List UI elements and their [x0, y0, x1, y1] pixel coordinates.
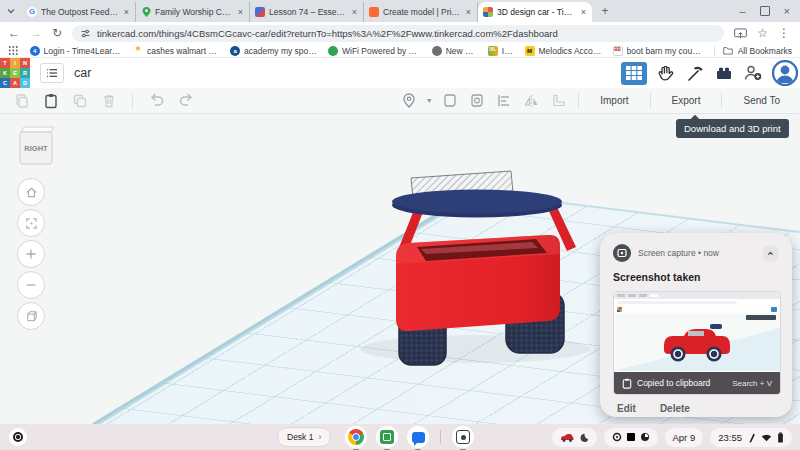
paste-icon[interactable]	[43, 93, 59, 109]
desk-switcher[interactable]: Desk 1 ›	[277, 427, 331, 447]
restore-button[interactable]	[760, 6, 770, 16]
tab-title: Create model | Printables.com	[383, 7, 461, 17]
tinkercad-favicon	[483, 7, 493, 17]
browser-menu-icon[interactable]: ⋮	[778, 27, 790, 39]
fit-view-button[interactable]	[17, 209, 45, 237]
view-cube[interactable]: RIGHT	[15, 124, 57, 170]
bookmark-walmart[interactable]: * cashes walmart cart	[133, 46, 219, 56]
browser-tab-family-worship[interactable]: Family Worship Center to The ×	[136, 2, 250, 22]
user-avatar[interactable]	[772, 60, 798, 86]
hole-shape-icon[interactable]	[469, 93, 485, 108]
roof-ellipse[interactable]	[392, 190, 562, 214]
tab-close-icon[interactable]: ×	[580, 8, 587, 17]
export-tooltip: Download and 3D print	[676, 119, 789, 138]
share-invite-icon[interactable]	[743, 63, 763, 83]
import-button[interactable]: Import	[590, 95, 638, 106]
blocks-view-button[interactable]	[621, 62, 647, 85]
tab-close-icon[interactable]: ×	[237, 8, 244, 17]
zoom-out-button[interactable]	[17, 271, 45, 299]
home-view-button[interactable]	[17, 178, 45, 206]
mirror-icon[interactable]	[523, 93, 540, 108]
site-settings-icon[interactable]	[80, 28, 91, 39]
date-pill[interactable]: Apr 9	[665, 428, 704, 447]
bookmark-ixl[interactable]: IXL IXL	[488, 46, 514, 56]
thumb-car	[656, 323, 736, 365]
clipboard-toast: Copied to clipboard Search + V	[614, 372, 780, 394]
chevron-down-icon	[6, 6, 16, 16]
forward-button[interactable]: →	[30, 27, 42, 39]
bookmark-academy[interactable]: a academy my sport...	[230, 46, 317, 56]
duplicate-icon[interactable]	[72, 93, 88, 109]
lesson-favicon	[255, 7, 265, 17]
undo-icon[interactable]	[148, 93, 165, 108]
launcher-button[interactable]	[9, 428, 27, 446]
workplane-caret-icon[interactable]: ▾	[427, 96, 431, 105]
system-tray: Apr 9 23:55	[552, 428, 800, 447]
timer-icon[interactable]	[640, 432, 650, 442]
redo-icon[interactable]	[178, 93, 195, 108]
screen-capture-notification[interactable]: Screen capture • now Screenshot taken	[600, 233, 792, 417]
browser-tab-tinkercad-active[interactable]: 3D design car - Tinkercad ×	[478, 2, 592, 22]
chrome-app-button[interactable]	[345, 426, 367, 448]
tinkercad-logo[interactable]: T I N K E R C A D	[0, 58, 30, 88]
record-icon[interactable]	[612, 432, 622, 442]
thumb-tooltip	[746, 315, 776, 320]
bookmark-time4learning[interactable]: 4 Login - Time4Learni...	[30, 46, 122, 56]
delete-icon[interactable]	[101, 93, 117, 109]
tab-search-button[interactable]	[0, 0, 22, 22]
browser-tab-lesson[interactable]: Lesson 74 – Essentials in Wri ×	[250, 2, 364, 22]
bookmark-melodics[interactable]: M Melodics Account	[525, 46, 602, 56]
share-screen-icon[interactable]	[734, 28, 747, 39]
chevron-right-icon: ›	[318, 432, 321, 442]
screenshot-thumbnail[interactable]: Copied to clipboard Search + V	[613, 291, 781, 395]
clock-label: 23:55	[718, 432, 742, 443]
design-properties-button[interactable]	[40, 63, 64, 83]
hand-tool-icon[interactable]	[656, 63, 676, 83]
zoom-in-button[interactable]	[17, 240, 45, 268]
address-bar[interactable]: tinkercad.com/things/4CBsmCGcavc-car/edi…	[72, 25, 724, 42]
collapse-notification-button[interactable]	[762, 245, 779, 262]
bootbarn-favicon: BB	[613, 46, 623, 56]
workplane-icon[interactable]	[402, 93, 416, 108]
bookmark-wifi[interactable]: WiFi Powered by Te...	[328, 46, 421, 56]
delete-screenshot-button[interactable]: Delete	[660, 403, 690, 414]
export-button[interactable]: Export	[662, 95, 711, 106]
tab-close-icon[interactable]: ×	[465, 8, 472, 17]
back-button[interactable]: ←	[8, 27, 20, 39]
edit-screenshot-button[interactable]: Edit	[617, 403, 636, 414]
bookmark-bootbarn[interactable]: BB boot barn my count...	[613, 46, 703, 56]
apps-grid-icon[interactable]	[8, 45, 19, 56]
lego-brick-icon[interactable]	[714, 63, 734, 83]
minimize-button[interactable]: –	[739, 6, 745, 17]
browser-tab-outpost[interactable]: G The Outpost Feed and Outdoo ×	[22, 2, 136, 22]
pickaxe-icon[interactable]	[685, 63, 705, 83]
screen-capture-app-button[interactable]	[452, 426, 474, 448]
ruler-icon[interactable]	[551, 93, 567, 108]
status-area[interactable]: 23:55	[710, 428, 792, 447]
all-bookmarks[interactable]: All Bookmarks	[714, 46, 792, 56]
chat-app-button[interactable]	[407, 426, 429, 448]
screen-record-controls[interactable]	[604, 428, 658, 447]
browser-tab-printables[interactable]: Create model | Printables.com ×	[364, 2, 478, 22]
solid-shape-icon[interactable]	[442, 93, 458, 108]
green-app-button[interactable]	[376, 426, 398, 448]
align-icon[interactable]	[496, 93, 512, 108]
logo-tile: E	[10, 68, 20, 78]
reload-button[interactable]: ↻	[52, 27, 62, 39]
notification-counter-pill[interactable]	[552, 428, 597, 447]
bookmark-star-icon[interactable]: ☆	[757, 27, 768, 39]
logo-tile: N	[20, 58, 30, 68]
thumb-tabstrip	[614, 292, 780, 299]
tab-close-icon[interactable]: ×	[351, 8, 358, 17]
send-to-button[interactable]: Send To	[733, 95, 790, 106]
tab-title: The Outpost Feed and Outdoo	[41, 7, 119, 17]
perspective-toggle-button[interactable]	[17, 302, 45, 330]
copy-icon[interactable]	[14, 93, 30, 109]
stop-record-icon[interactable]	[627, 433, 635, 441]
green-app-icon	[380, 430, 394, 444]
desk-label: Desk 1	[287, 432, 313, 442]
bookmark-new-tab[interactable]: New Tab	[432, 46, 477, 56]
close-window-button[interactable]: ×	[784, 6, 790, 17]
new-tab-button[interactable]: +	[596, 2, 614, 20]
tab-close-icon[interactable]: ×	[123, 8, 130, 17]
